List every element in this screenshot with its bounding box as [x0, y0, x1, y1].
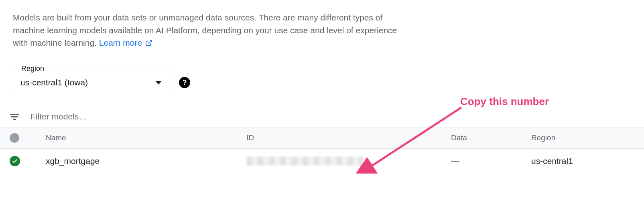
filter-icon[interactable] — [10, 114, 19, 120]
chevron-down-icon — [155, 81, 162, 85]
region-select[interactable]: Region us-central1 (Iowa) — [13, 69, 169, 96]
learn-more-link[interactable]: Learn more — [99, 38, 142, 48]
column-header-id[interactable]: ID — [246, 133, 451, 142]
help-icon[interactable]: ? — [179, 77, 190, 88]
model-id-cell[interactable] — [246, 157, 451, 166]
model-data-cell: — — [451, 156, 531, 166]
redacted-id — [246, 157, 363, 166]
table-row[interactable]: xgb_mortgage — us-central1 — [0, 149, 644, 174]
column-header-name[interactable]: Name — [34, 133, 246, 142]
region-label: Region — [19, 65, 47, 73]
column-header-region[interactable]: Region — [531, 133, 634, 142]
column-header-data[interactable]: Data — [451, 133, 531, 142]
intro-text: Models are built from your data sets or … — [13, 11, 398, 50]
status-header-icon — [10, 133, 19, 143]
model-region-cell: us-central1 — [531, 156, 634, 166]
svg-line-0 — [148, 40, 152, 43]
filter-input[interactable] — [30, 112, 634, 121]
external-link-icon — [145, 37, 152, 50]
status-ready-icon — [10, 156, 20, 166]
intro-body: Models are built from your data sets or … — [13, 13, 397, 47]
table-header: Name ID Data Region — [0, 127, 644, 149]
region-value: us-central1 (Iowa) — [20, 78, 155, 87]
model-name-cell[interactable]: xgb_mortgage — [34, 156, 246, 166]
